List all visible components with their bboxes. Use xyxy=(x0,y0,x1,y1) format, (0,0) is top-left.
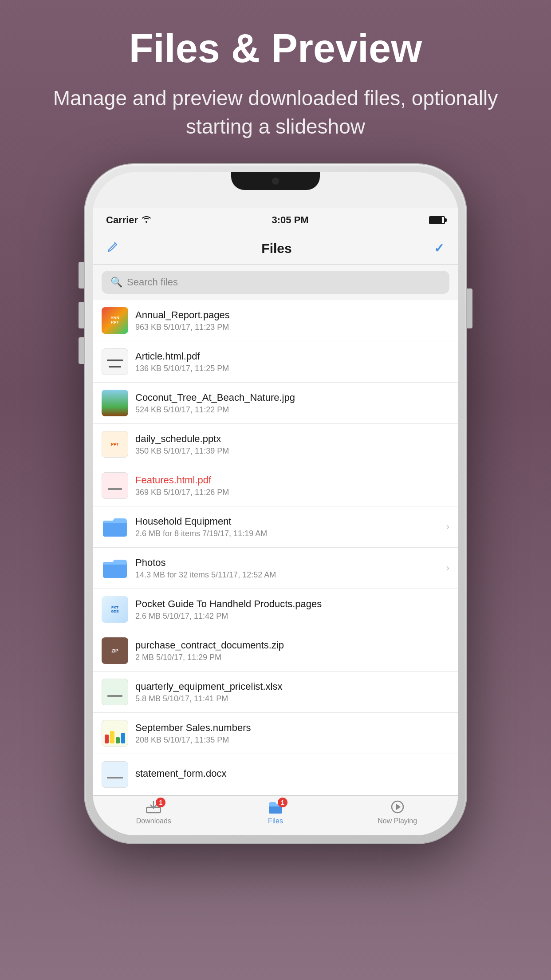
tab-downloads[interactable]: 1 Downloads xyxy=(93,800,215,825)
now-playing-icon-wrap xyxy=(391,800,404,815)
file-info: statement_form.docx xyxy=(135,768,449,781)
file-info: Coconut_Tree_At_Beach_Nature.jpg 524 KB … xyxy=(135,392,449,415)
file-thumbnail xyxy=(102,761,128,788)
status-right xyxy=(429,216,445,224)
list-item[interactable]: quarterly_equipment_pricelist.xlsx 5.8 M… xyxy=(93,672,458,713)
file-info: September Sales.numbers 208 KB 5/10/17, … xyxy=(135,722,449,745)
files-icon-wrap: 1 xyxy=(268,800,283,815)
file-list: ANNRPT Annual_Report.pages 963 KB 5/10/1… xyxy=(93,300,458,795)
list-item[interactable]: Article.html.pdf 136 KB 5/10/17, 11:25 P… xyxy=(93,341,458,383)
file-meta: 14.3 MB for 32 items 5/11/17, 12:52 AM xyxy=(135,570,439,580)
downloads-icon-wrap: 1 xyxy=(146,800,161,815)
file-info: purchase_contract_documents.zip 2 MB 5/1… xyxy=(135,640,449,662)
file-name: Household Equipment xyxy=(135,516,439,527)
file-info: quarterly_equipment_pricelist.xlsx 5.8 M… xyxy=(135,681,449,703)
list-item[interactable]: ANNRPT Annual_Report.pages 963 KB 5/10/1… xyxy=(93,300,458,341)
file-info: Photos 14.3 MB for 32 items 5/11/17, 12:… xyxy=(135,557,439,580)
file-name: quarterly_equipment_pricelist.xlsx xyxy=(135,681,449,692)
file-meta: 208 KB 5/10/17, 11:35 PM xyxy=(135,735,449,745)
file-name: Photos xyxy=(135,557,439,569)
phone-inner: Carrier 3:05 PM xyxy=(93,172,458,835)
status-time: 3:05 PM xyxy=(272,214,309,226)
file-name: statement_form.docx xyxy=(135,768,449,779)
search-bar-wrapper: 🔍 Search files xyxy=(93,265,458,300)
list-item[interactable]: PPT daily_schedule.pptx 350 KB 5/10/17, … xyxy=(93,424,458,465)
nav-bar: Files ✓ xyxy=(93,233,458,265)
phone-mockup: Carrier 3:05 PM xyxy=(85,164,466,843)
file-meta: 5.8 MB 5/10/17, 11:41 PM xyxy=(135,694,449,703)
checkmark-icon[interactable]: ✓ xyxy=(434,241,444,256)
battery-icon xyxy=(429,216,445,224)
file-name: September Sales.numbers xyxy=(135,722,449,734)
file-name: Pocket Guide To Handheld Products.pages xyxy=(135,598,449,610)
nav-title: Files xyxy=(119,241,434,256)
file-thumbnail: PKTGDE xyxy=(102,596,128,623)
tab-now-playing[interactable]: Now Playing xyxy=(336,800,458,825)
file-thumbnail xyxy=(102,390,128,416)
files-badge: 1 xyxy=(278,798,287,807)
file-name: Article.html.pdf xyxy=(135,351,449,362)
list-item[interactable]: PKTGDE Pocket Guide To Handheld Products… xyxy=(93,589,458,630)
carrier-label: Carrier xyxy=(106,214,138,226)
tab-files[interactable]: 1 Files xyxy=(215,800,337,825)
file-info: Pocket Guide To Handheld Products.pages … xyxy=(135,598,449,621)
file-info: Annual_Report.pages 963 KB 5/10/17, 11:2… xyxy=(135,309,449,332)
downloads-label: Downloads xyxy=(136,817,171,825)
folder-icon xyxy=(102,555,128,581)
folder-icon xyxy=(102,514,128,540)
list-item[interactable]: Features.html.pdf 369 KB 5/10/17, 11:26 … xyxy=(93,465,458,506)
file-thumbnail xyxy=(102,348,128,375)
file-meta: 2 MB 5/10/17, 11:29 PM xyxy=(135,653,449,662)
list-item[interactable]: September Sales.numbers 208 KB 5/10/17, … xyxy=(93,713,458,754)
list-item[interactable]: statement_form.docx xyxy=(93,754,458,795)
downloads-badge: 1 xyxy=(156,798,165,807)
svg-point-8 xyxy=(396,805,399,809)
file-name: Annual_Report.pages xyxy=(135,309,449,321)
file-meta: 963 KB 5/10/17, 11:23 PM xyxy=(135,323,449,332)
status-bar: Carrier 3:05 PM xyxy=(93,208,458,233)
search-bar[interactable]: 🔍 Search files xyxy=(102,271,449,294)
list-item[interactable]: Coconut_Tree_At_Beach_Nature.jpg 524 KB … xyxy=(93,383,458,424)
file-meta: 369 KB 5/10/17, 11:26 PM xyxy=(135,488,449,497)
search-placeholder: Search files xyxy=(127,277,178,288)
list-item[interactable]: Photos 14.3 MB for 32 items 5/11/17, 12:… xyxy=(93,548,458,589)
file-thumbnail xyxy=(102,720,128,747)
file-thumbnail: ANNRPT xyxy=(102,307,128,334)
list-item[interactable]: ZIP purchase_contract_documents.zip 2 MB… xyxy=(93,630,458,672)
file-name: Features.html.pdf xyxy=(135,474,449,486)
chevron-right-icon: › xyxy=(446,521,449,533)
file-meta: 350 KB 5/10/17, 11:39 PM xyxy=(135,447,449,456)
file-name: purchase_contract_documents.zip xyxy=(135,640,449,651)
file-meta: 2.6 MB 5/10/17, 11:42 PM xyxy=(135,612,449,621)
wifi-icon xyxy=(142,216,151,225)
file-name: Coconut_Tree_At_Beach_Nature.jpg xyxy=(135,392,449,403)
file-thumbnail: PPT xyxy=(102,431,128,458)
search-icon: 🔍 xyxy=(110,277,122,288)
phone-top-bar xyxy=(93,172,458,208)
status-left: Carrier xyxy=(106,214,151,226)
file-info: daily_schedule.pptx 350 KB 5/10/17, 11:3… xyxy=(135,433,449,456)
file-info: Household Equipment 2.6 MB for 8 items 7… xyxy=(135,516,439,538)
chevron-right-icon: › xyxy=(446,562,449,574)
edit-icon[interactable] xyxy=(107,241,119,256)
file-thumbnail xyxy=(102,679,128,705)
phone-outer: Carrier 3:05 PM xyxy=(85,164,466,843)
file-meta: 524 KB 5/10/17, 11:22 PM xyxy=(135,405,449,415)
file-meta: 136 KB 5/10/17, 11:25 PM xyxy=(135,364,449,373)
now-playing-label: Now Playing xyxy=(378,817,417,825)
tab-bar: 1 Downloads 1 Files xyxy=(93,795,458,835)
file-info: Features.html.pdf 369 KB 5/10/17, 11:26 … xyxy=(135,474,449,497)
file-name: daily_schedule.pptx xyxy=(135,433,449,445)
file-thumbnail: ZIP xyxy=(102,637,128,664)
file-info: Article.html.pdf 136 KB 5/10/17, 11:25 P… xyxy=(135,351,449,373)
list-item[interactable]: Household Equipment 2.6 MB for 8 items 7… xyxy=(93,506,458,548)
file-thumbnail xyxy=(102,472,128,499)
file-meta: 2.6 MB for 8 items 7/19/17, 11:19 AM xyxy=(135,529,439,538)
files-label: Files xyxy=(268,817,283,825)
